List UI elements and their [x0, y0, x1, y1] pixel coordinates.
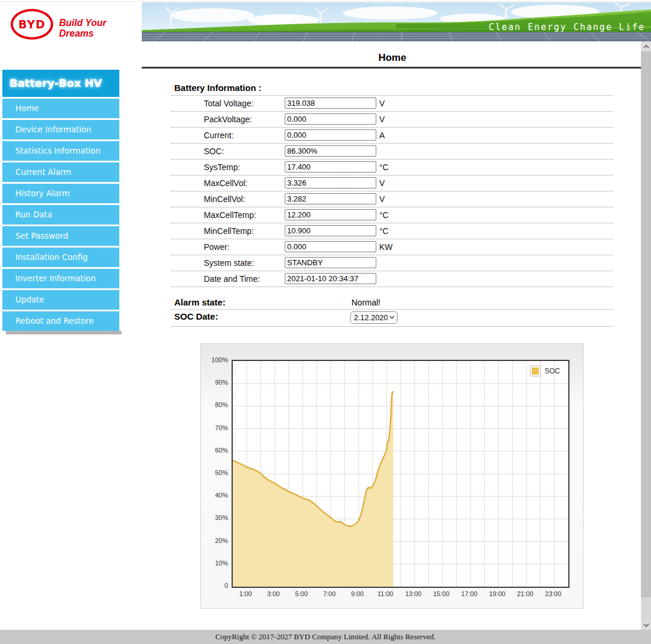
info-row: Total Voltage: V: [171, 96, 613, 112]
legend-swatch-box: [530, 366, 541, 376]
soc-date-select-wrap: 2.12.2020: [350, 311, 398, 324]
info-row-unit: °C: [379, 162, 389, 172]
soc-date-select[interactable]: 2.12.2020: [350, 311, 398, 324]
scrollbar-down-arrow[interactable]: [641, 620, 651, 630]
info-row: Power: KW: [171, 239, 613, 255]
x-tick-label: 15:00: [427, 590, 456, 597]
y-tick-label: 30%: [201, 514, 228, 521]
x-tick-label: 13:00: [399, 590, 428, 597]
info-row-value-field[interactable]: [285, 257, 376, 268]
page-title: Home: [142, 52, 643, 64]
info-row-label: Power:: [204, 242, 230, 252]
info-row: MaxCellVol: V: [171, 175, 613, 191]
info-row: Current: A: [171, 128, 613, 144]
y-tick-label: 0: [201, 582, 228, 589]
top-divider: [0, 1, 651, 2]
y-tick-label: 20%: [201, 537, 228, 544]
info-row-value-field[interactable]: [285, 177, 376, 188]
soc-legend-swatch-icon: [532, 367, 539, 375]
x-tick-label: 19:00: [483, 590, 512, 597]
sidebar-item[interactable]: Reboot and Restore: [2, 311, 119, 331]
soc-area-chart: [233, 361, 568, 587]
battery-information-heading: Battery Information :: [171, 83, 613, 96]
info-row-label: System state:: [204, 258, 254, 268]
sidebar-item[interactable]: Installation Config: [2, 248, 119, 267]
info-row: Date and Time:: [171, 271, 613, 287]
sidebar-item[interactable]: Run Data: [2, 205, 119, 225]
x-tick-label: 17:00: [454, 590, 484, 597]
sidebar-item[interactable]: History Alarm: [2, 184, 119, 203]
info-row-value-field[interactable]: [285, 113, 376, 125]
sidebar-item[interactable]: Device Information: [2, 120, 119, 139]
x-tick-label: 9:00: [343, 590, 372, 597]
x-tick-label: 3:00: [259, 590, 288, 597]
info-row-value-field[interactable]: [285, 273, 376, 284]
y-tick-label: 40%: [201, 492, 228, 499]
x-tick-label: 7:00: [315, 590, 344, 597]
battery-information-section: Battery Information : Total Voltage: V P…: [171, 83, 613, 287]
info-row-value-field[interactable]: [285, 161, 376, 173]
x-tick-label: 1:00: [231, 590, 261, 597]
sidebar-shadow: [6, 331, 122, 334]
info-row-unit: KW: [379, 242, 393, 252]
info-row-value-field[interactable]: [285, 97, 376, 109]
footer-copyright: CopyRight © 2017-2027 BYD Company Limite…: [0, 630, 651, 644]
y-tick-label: 50%: [201, 469, 228, 476]
y-tick-label: 90%: [201, 379, 228, 386]
chart-legend: SOC: [530, 366, 560, 376]
x-tick-label: 21:00: [510, 590, 540, 597]
info-row-label: MaxCellVol:: [204, 178, 248, 188]
sidebar: Battery-Box HV Home Device Information S…: [2, 70, 119, 334]
info-row-value-field[interactable]: [285, 225, 376, 236]
logo-area: BYD Build Your Dreams: [0, 2, 142, 41]
x-tick-label: 23:00: [538, 590, 568, 597]
info-row-value-field[interactable]: [285, 241, 376, 252]
alarm-section: Alarm state: Normal! SOC Date: 2.12.2020: [171, 295, 613, 327]
info-row-label: PackVoltage:: [204, 115, 252, 124]
info-row-unit: V: [379, 194, 385, 204]
battery-information-rows: Total Voltage: V PackVoltage: V Current:: [171, 96, 613, 287]
info-row-label: SysTemp:: [204, 162, 240, 172]
info-row-value-field[interactable]: [285, 193, 376, 204]
info-row-label: Date and Time:: [204, 274, 260, 284]
info-row-unit: V: [379, 115, 385, 124]
info-row-unit: °C: [379, 226, 389, 236]
scrollbar-thumb[interactable]: [641, 51, 651, 597]
banner-tagline: Clean Energy Change Life: [489, 22, 645, 32]
brand-slogan: Build Your Dreams: [59, 18, 142, 39]
x-tick-label: 5:00: [287, 590, 316, 597]
byd-logo-icon: BYD: [11, 9, 53, 40]
byd-battery-box-page: BYD Build Your Dreams: [0, 0, 651, 644]
sidebar-item[interactable]: Update: [2, 290, 119, 310]
scrollbar-up-arrow[interactable]: [641, 41, 651, 51]
info-row-label: MinCellTemp:: [204, 226, 254, 236]
info-row: MaxCellTemp: °C: [171, 207, 613, 223]
info-row-label: MinCellVol:: [204, 194, 245, 204]
info-row: MinCellTemp: °C: [171, 223, 613, 239]
info-row-label: SOC:: [204, 147, 224, 156]
sidebar-title: Battery-Box HV: [2, 70, 119, 97]
info-row-value-field[interactable]: [285, 145, 376, 157]
sidebar-item[interactable]: Statistics Information: [2, 141, 119, 161]
sidebar-item[interactable]: Home: [2, 99, 119, 118]
soc-chart-plot-area: SOC: [232, 360, 569, 588]
info-row: PackVoltage: V: [171, 112, 613, 128]
y-tick-label: 70%: [201, 424, 228, 431]
sidebar-item[interactable]: Set Password: [2, 226, 119, 246]
info-row-value-field[interactable]: [285, 209, 376, 220]
byd-logo-text: BYD: [18, 18, 45, 31]
alarm-state-row: Alarm state: Normal!: [171, 295, 613, 310]
info-row: SysTemp: °C: [171, 160, 613, 175]
legend-label: SOC: [545, 367, 560, 375]
vertical-scrollbar[interactable]: [641, 41, 651, 630]
banner-image: Clean Energy Change Life: [142, 2, 651, 41]
info-row-label: MaxCellTemp:: [204, 210, 256, 220]
info-row-value-field[interactable]: [285, 129, 376, 141]
info-row-unit: V: [379, 99, 385, 108]
info-row-unit: V: [379, 178, 385, 188]
soc-chart-panel: SOC 100%90%80%70%60%50%40%30%20%10%0 1:0…: [200, 343, 584, 609]
info-row-label: Current:: [204, 131, 234, 140]
sidebar-item[interactable]: Current Alarm: [2, 162, 119, 182]
y-tick-label: 80%: [201, 401, 228, 408]
sidebar-item[interactable]: Inverter Information: [2, 269, 119, 288]
